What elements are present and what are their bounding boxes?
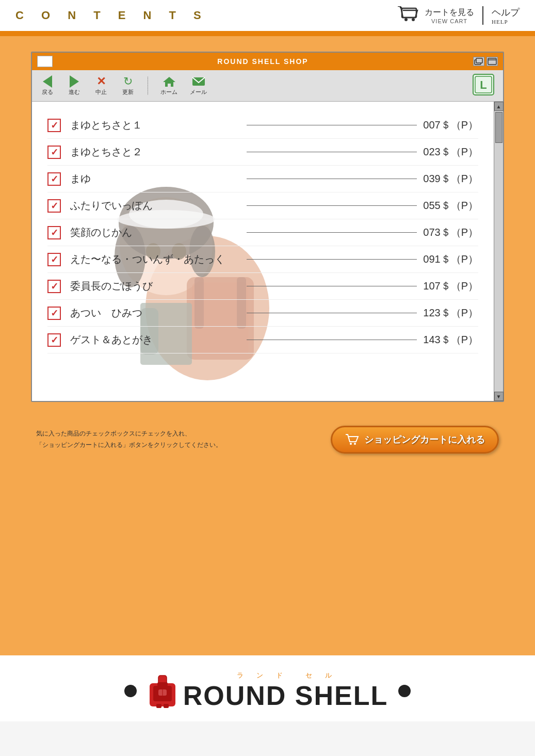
- item-dots-6: [247, 286, 417, 286]
- svg-marker-11: [163, 77, 175, 87]
- stop-label: 中止: [95, 88, 107, 96]
- bottom-section: 気に入った商品のチェックボックスにチェックを入れ、 「ショッピングカートに入れる…: [31, 417, 504, 459]
- checkmark-icon: ✓: [51, 148, 58, 157]
- svg-rect-37: [156, 704, 161, 708]
- help-section[interactable]: ヘルプ HELP: [492, 6, 520, 25]
- home-button[interactable]: ホーム: [160, 76, 177, 96]
- mail-label: メール: [190, 88, 207, 96]
- item-title-3: ふたりでいっぽん: [70, 199, 240, 213]
- svg-rect-0: [402, 8, 416, 18]
- item-checkbox-8[interactable]: ✓: [47, 333, 61, 347]
- browser-logo: L: [472, 73, 495, 98]
- restore-button[interactable]: [473, 57, 484, 66]
- add-to-cart-button[interactable]: ショッピングカートに入れる: [331, 426, 499, 454]
- scrollbar[interactable]: ▲ ▼: [494, 102, 503, 401]
- list-item: ✓ 笑顔のじかん 073＄（P）: [47, 219, 478, 246]
- svg-point-6: [412, 18, 415, 21]
- scroll-down-arrow[interactable]: ▼: [494, 392, 504, 401]
- item-checkbox-7[interactable]: ✓: [47, 307, 61, 320]
- brand-name-text: ROUND SHELL: [183, 680, 388, 711]
- item-dots-5: [247, 259, 417, 260]
- checkmark-icon: ✓: [51, 174, 58, 184]
- svg-point-5: [404, 18, 408, 21]
- scroll-up-arrow[interactable]: ▲: [494, 102, 504, 111]
- item-price-7: 123＄（P）: [423, 306, 478, 320]
- list-item: ✓ 委員長のごほうび 107＄（P）: [47, 273, 478, 300]
- stop-button[interactable]: ✕ 中止: [94, 76, 108, 96]
- cart-text-block: カートを見る VIEW CART: [425, 7, 474, 24]
- item-checkbox-6[interactable]: ✓: [47, 280, 61, 293]
- item-checkbox-3[interactable]: ✓: [47, 199, 61, 213]
- item-checkbox-5[interactable]: ✓: [47, 253, 61, 266]
- item-dots-0: [247, 125, 417, 125]
- list-item: ✓ まゆ 039＄（P）: [47, 166, 478, 192]
- svg-text:L: L: [480, 78, 487, 91]
- maximize-button[interactable]: [487, 57, 498, 66]
- cart-button-text: ショッピングカートに入れる: [364, 433, 485, 446]
- item-dots-2: [247, 179, 417, 179]
- checkmark-icon: ✓: [51, 309, 58, 318]
- scroll-thumb[interactable]: [495, 112, 502, 143]
- home-icon: [162, 76, 176, 87]
- item-price-6: 107＄（P）: [423, 279, 478, 293]
- browser-title: ROUND SHELL SHOP: [217, 57, 308, 66]
- titlebar-controls: [473, 57, 498, 66]
- footer-brand: ラ ン ド セ ル ROUND SHELL: [0, 655, 535, 721]
- scroll-track: [494, 111, 503, 392]
- items-list: ✓ まゆとちさと１ 007＄（P） ✓ まゆとちさと２ 023＄（P） ✓ まゆ…: [47, 112, 478, 353]
- checkmark-icon: ✓: [51, 282, 58, 291]
- svg-rect-36: [157, 682, 168, 686]
- brand-ruby-text: ラ ン ド セ ル: [183, 671, 388, 680]
- back-button[interactable]: 戻る: [40, 76, 55, 96]
- mail-button[interactable]: メール: [190, 76, 207, 96]
- list-item: ✓ あつい ひみつ 123＄（P）: [47, 300, 478, 327]
- checkmark-icon: ✓: [51, 228, 58, 237]
- svg-rect-8: [476, 58, 482, 63]
- item-title-7: あつい ひみつ: [70, 306, 240, 320]
- item-title-0: まゆとちさと１: [70, 118, 240, 132]
- item-title-1: まゆとちさと２: [70, 145, 240, 159]
- home-label: ホーム: [160, 88, 177, 96]
- checkmark-icon: ✓: [51, 201, 58, 211]
- item-dots-7: [247, 313, 417, 313]
- item-title-6: 委員長のごほうび: [70, 279, 240, 293]
- toolbar-divider: [148, 76, 148, 95]
- item-title-8: ゲスト＆あとがき: [70, 333, 240, 347]
- item-title-4: 笑顔のじかん: [70, 226, 240, 239]
- instruction-line2: 「ショッピングカートに入れる」ボタンをクリックしてください。: [36, 440, 222, 451]
- browser-content-wrapper: ✓ まゆとちさと１ 007＄（P） ✓ まゆとちさと２ 023＄（P） ✓ まゆ…: [32, 102, 503, 401]
- stop-icon: ✕: [94, 76, 108, 87]
- item-dots-4: [247, 232, 417, 233]
- browser-titlebar: ROUND SHELL SHOP: [32, 53, 503, 70]
- item-price-0: 007＄（P）: [423, 118, 478, 132]
- item-price-2: 039＄（P）: [423, 172, 478, 186]
- item-dots-1: [247, 152, 417, 152]
- svg-rect-9: [488, 58, 496, 65]
- item-checkbox-0[interactable]: ✓: [47, 119, 61, 132]
- list-item: ✓ まゆとちさと２ 023＄（P）: [47, 139, 478, 166]
- item-price-4: 073＄（P）: [423, 226, 478, 239]
- item-checkbox-4[interactable]: ✓: [47, 226, 61, 239]
- forward-button[interactable]: 進む: [67, 76, 82, 96]
- browser-toolbar: 戻る 進む ✕ 中止 ↻ 更新: [32, 70, 503, 102]
- cart-label: カートを見る: [425, 7, 474, 18]
- brand-bag-icon: [147, 673, 178, 709]
- back-label: 戻る: [42, 88, 53, 96]
- svg-point-31: [350, 443, 352, 445]
- page-header: C O N T E N T S カートを見る VIEW CART ヘルプ HEL…: [0, 0, 535, 33]
- view-cart-section[interactable]: カートを見る VIEW CART: [398, 6, 483, 25]
- instruction-text: 気に入った商品のチェックボックスにチェックを入れ、 「ショッピングカートに入れる…: [36, 428, 222, 451]
- svg-rect-38: [164, 704, 169, 708]
- item-price-5: 091＄（P）: [423, 252, 478, 266]
- refresh-button[interactable]: ↻ 更新: [121, 76, 135, 96]
- cart-icon: [398, 6, 420, 25]
- brand-dot-right: [398, 685, 411, 697]
- refresh-label: 更新: [122, 88, 134, 96]
- cart-sub: VIEW CART: [425, 18, 474, 24]
- checkmark-icon: ✓: [51, 121, 58, 130]
- item-checkbox-1[interactable]: ✓: [47, 146, 61, 159]
- brand-logo: ラ ン ド セ ル ROUND SHELL: [147, 671, 388, 711]
- item-checkbox-2[interactable]: ✓: [47, 172, 61, 186]
- item-price-3: 055＄（P）: [423, 199, 478, 213]
- item-dots-3: [247, 205, 417, 206]
